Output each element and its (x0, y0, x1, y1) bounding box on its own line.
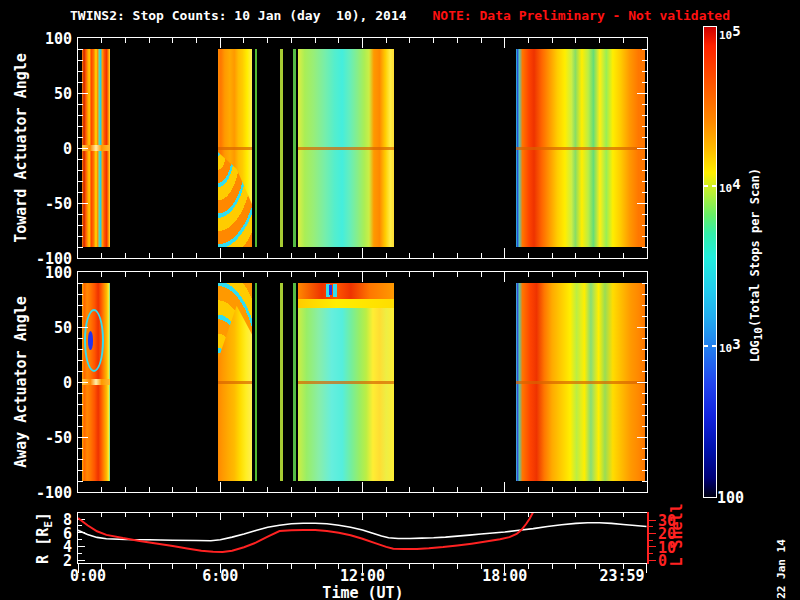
l-tick (649, 553, 653, 554)
y-tick (637, 203, 647, 204)
x-tick (433, 272, 434, 277)
x-tick (172, 487, 173, 492)
x-tick (125, 487, 126, 492)
y-tick (642, 316, 647, 317)
x-tick (172, 564, 173, 569)
x-tick (528, 272, 529, 277)
x-tick-label: 6:00 (185, 567, 255, 585)
x-tick (267, 253, 268, 258)
x-tick (599, 253, 600, 258)
x-tick (125, 272, 126, 277)
y-tick (78, 148, 88, 149)
colorbar-tick-mark (712, 185, 716, 187)
x-tick (291, 487, 292, 492)
y-tick (642, 181, 647, 182)
y-tick (642, 71, 647, 72)
y-tick (78, 448, 83, 449)
y-tick (78, 159, 83, 160)
y-tick (642, 159, 647, 160)
y-tick (637, 148, 647, 149)
y-tick (637, 93, 647, 94)
l-tick-label: 0 (658, 552, 698, 570)
x-tick (267, 272, 268, 277)
x-tick (267, 487, 268, 492)
x-tick (172, 272, 173, 277)
x-tick (457, 253, 458, 258)
colorbar-tick-1e4-base: 10 (719, 182, 732, 195)
x-tick (409, 564, 410, 569)
y-tick (78, 192, 83, 193)
x-tick (386, 38, 387, 43)
x-tick (149, 38, 150, 43)
y-tick (642, 214, 647, 215)
colorbar-tick-1e4-exp: 4 (732, 176, 740, 192)
x-tick (149, 487, 150, 492)
y-tick (78, 371, 83, 372)
y-tick (642, 404, 647, 405)
x-tick (172, 253, 173, 258)
colorbar-tick-mark (704, 185, 708, 187)
y-tick (642, 360, 647, 361)
x-tick (599, 487, 600, 492)
y-tick (642, 137, 647, 138)
x-tick (243, 38, 244, 43)
y-tick (78, 327, 88, 328)
y-tick (642, 192, 647, 193)
x-tick (220, 482, 221, 492)
x-tick (552, 38, 553, 43)
lshell-line (78, 513, 533, 552)
x-tick (504, 272, 505, 282)
x-tick (481, 253, 482, 258)
y-tick (642, 481, 647, 482)
y-tick (78, 115, 83, 116)
y-tick (78, 104, 83, 105)
x-tick (409, 272, 410, 277)
colorbar-label-suffix: (Total Stops per Scan) (748, 168, 762, 327)
x-tick (243, 487, 244, 492)
x-tick (433, 253, 434, 258)
y-tick (78, 382, 88, 383)
x-tick (101, 272, 102, 277)
y-tick-label: 100 (26, 30, 72, 48)
x-tick (101, 487, 102, 492)
x-tick (504, 38, 505, 48)
x-tick (552, 564, 553, 569)
x-tick-label: 18:00 (470, 567, 540, 585)
x-tick-label: 12:00 (328, 567, 398, 585)
y-tick (642, 294, 647, 295)
y-tick-label: -100 (26, 484, 72, 502)
orbit-lines (78, 513, 647, 563)
x-tick (623, 38, 624, 43)
time-axis-label: Time (UT) (303, 584, 423, 600)
y-tick (642, 170, 647, 171)
colorbar-tick-1e3: 103 (719, 337, 741, 356)
x-tick (291, 272, 292, 277)
y-tick (642, 236, 647, 237)
l-tick (649, 520, 656, 521)
x-tick (433, 564, 434, 569)
x-tick (362, 482, 363, 492)
colorbar-tick-mark (704, 345, 708, 347)
x-tick (481, 487, 482, 492)
figure-title: TWINS2: Stop Counts: 10 Jan (day 10), 20… (70, 7, 730, 25)
colorbar-tick-1e5-base: 10 (719, 29, 732, 42)
x-tick (172, 38, 173, 43)
x-tick (101, 38, 102, 43)
x-tick (623, 253, 624, 258)
x-tick (528, 38, 529, 43)
y-tick (642, 104, 647, 105)
colorbar-gradient (704, 27, 716, 497)
x-tick (528, 253, 529, 258)
y-tick-label: 50 (26, 319, 72, 337)
x-tick (196, 272, 197, 277)
y-tick (642, 115, 647, 116)
y-tick (78, 170, 83, 171)
x-tick (457, 272, 458, 277)
x-tick (149, 564, 150, 569)
x-tick (291, 38, 292, 43)
y-tick-label: -50 (26, 429, 72, 447)
y-tick (78, 181, 83, 182)
x-tick (315, 564, 316, 569)
y-tick (642, 371, 647, 372)
x-tick (220, 272, 221, 282)
